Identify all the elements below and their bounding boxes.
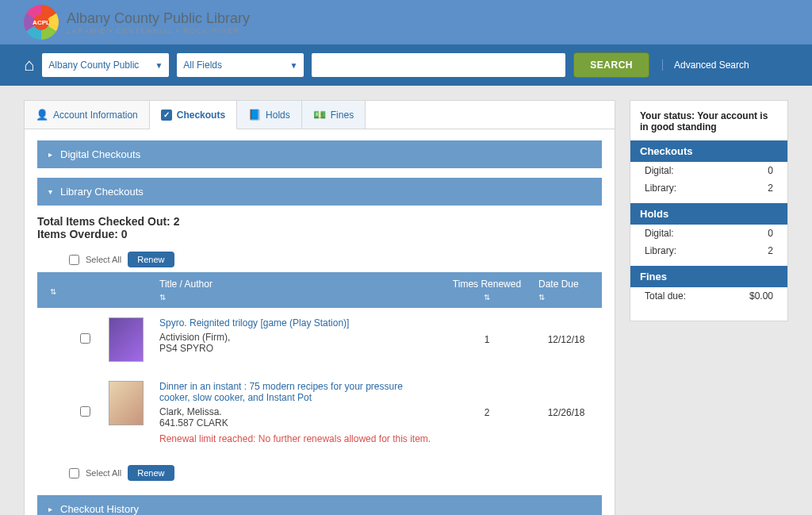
row-checkbox[interactable] (80, 333, 90, 344)
col-header-title-author[interactable]: Title / Author ⇅ (151, 272, 443, 308)
sidebar-holds-library: Library: 2 (630, 242, 787, 259)
select-all-row-bottom: Select All Renew (69, 465, 602, 481)
search-button[interactable]: SEARCH (573, 52, 649, 78)
tab-account-info[interactable]: 👤 Account Information (25, 101, 150, 129)
item-call-number: 641.587 CLARK (159, 417, 228, 429)
item-due-date: 12/12/18 (530, 308, 602, 371)
chevron-down-icon: ▾ (48, 187, 52, 196)
tab-label: Checkouts (177, 110, 225, 121)
search-band: ⌂ Albany County Public ▼ All Fields ▼ SE… (0, 44, 812, 86)
advanced-search-link[interactable]: Advanced Search (662, 60, 749, 71)
tab-spacer (366, 101, 615, 129)
logo-text-block: Albany County Public Library LARAMIE • C… (67, 10, 250, 35)
sort-icon: ⇅ (451, 293, 523, 302)
scope-dropdown[interactable]: Albany County Public ▼ (42, 53, 169, 77)
home-icon[interactable]: ⌂ (24, 55, 34, 75)
search-input[interactable] (312, 53, 565, 77)
col-header-date-due[interactable]: Date Due ⇅ (530, 272, 602, 308)
sidebar-fines-total: Total due: $0.00 (630, 287, 787, 305)
renew-button[interactable]: Renew (128, 465, 174, 481)
select-all-label: Select All (86, 468, 121, 478)
col-header-times-renewed[interactable]: Times Renewed ⇅ (443, 272, 530, 308)
sidebar-fines-header: Fines (630, 266, 787, 287)
sort-icon: ⇅ (538, 293, 594, 302)
table-row: Dinner in an instant : 75 modern recipes… (37, 371, 602, 454)
cover-image[interactable] (109, 317, 144, 362)
tab-label: Account Information (53, 110, 138, 121)
status-sidebar: Your status: Your account is in good sta… (630, 100, 788, 321)
col-header-sort[interactable]: ⇅ (37, 272, 69, 308)
tab-checkouts[interactable]: ✓ Checkouts (150, 101, 237, 129)
section-library-checkouts[interactable]: ▾ Library Checkouts (37, 178, 602, 206)
select-all-checkbox[interactable] (69, 255, 79, 265)
item-call-number: PS4 SPYRO (159, 343, 213, 354)
item-times-renewed: 1 (443, 308, 530, 371)
sidebar-checkouts-header: Checkouts (630, 140, 787, 162)
tab-fines[interactable]: 💵 Fines (302, 101, 366, 129)
chevron-right-icon: ▸ (48, 505, 52, 513)
col-header-select (69, 272, 101, 308)
item-due-date: 12/26/18 (530, 371, 602, 454)
section-label: Checkout History (60, 503, 139, 515)
user-icon: 👤 (36, 109, 48, 121)
account-tabs: 👤 Account Information ✓ Checkouts 📘 Hold… (25, 101, 615, 129)
items-overdue-line: Items Overdue: 0 (37, 228, 602, 240)
sidebar-holds-digital: Digital: 0 (630, 225, 787, 242)
sort-icon: ⇅ (159, 293, 435, 302)
section-label: Digital Checkouts (60, 148, 140, 160)
book-icon: 📘 (248, 109, 261, 121)
item-title-link[interactable]: Spyro. Reignited trilogy [game (Play Sta… (159, 317, 349, 329)
sidebar-checkouts-digital: Digital: 0 (630, 162, 787, 179)
account-panel: 👤 Account Information ✓ Checkouts 📘 Hold… (24, 100, 615, 515)
org-name: Albany County Public Library (67, 10, 250, 27)
item-author: Clark, Melissa. (159, 406, 222, 417)
section-digital-checkouts[interactable]: ▸ Digital Checkouts (37, 140, 602, 168)
tab-label: Fines (331, 110, 354, 121)
checkmark-icon: ✓ (161, 110, 172, 121)
item-times-renewed: 2 (443, 371, 530, 454)
total-checked-out-line: Total Items Checked Out: 2 (37, 215, 602, 228)
row-checkbox[interactable] (80, 406, 90, 417)
renewal-error: Renewal limit reached: No further renewa… (159, 433, 435, 444)
logo-icon (24, 5, 59, 40)
money-icon: 💵 (313, 109, 326, 121)
site-logo[interactable]: Albany County Public Library LARAMIE • C… (24, 5, 250, 40)
renew-button[interactable]: Renew (128, 252, 174, 267)
select-all-label: Select All (86, 255, 121, 264)
fields-dropdown[interactable]: All Fields ▼ (177, 53, 304, 77)
section-label: Library Checkouts (60, 186, 144, 198)
item-author: Activision (Firm), (159, 332, 230, 343)
col-header-cover (101, 272, 151, 308)
tab-label: Holds (266, 110, 290, 121)
sidebar-checkouts-library: Library: 2 (630, 179, 787, 197)
chevron-down-icon: ▼ (289, 61, 297, 70)
account-status-text: Your status: Your account is in good sta… (630, 110, 787, 140)
fields-dropdown-label: All Fields (183, 60, 222, 71)
item-title-link[interactable]: Dinner in an instant : 75 modern recipes… (159, 381, 435, 403)
site-header: Albany County Public Library LARAMIE • C… (0, 0, 812, 44)
scope-dropdown-label: Albany County Public (48, 60, 139, 71)
select-all-checkbox[interactable] (69, 468, 79, 478)
chevron-right-icon: ▸ (48, 150, 52, 159)
tab-holds[interactable]: 📘 Holds (237, 101, 302, 129)
sidebar-holds-header: Holds (630, 203, 787, 225)
cover-image[interactable] (109, 381, 144, 425)
org-subline: LARAMIE • CENTENNIAL • ROCK RIVER (67, 27, 250, 35)
checkouts-table: ⇅ Title / Author ⇅ Times Renewed (37, 272, 602, 454)
section-checkout-history[interactable]: ▸ Checkout History (37, 495, 602, 515)
select-all-row-top: Select All Renew (69, 252, 602, 267)
sort-icon: ⇅ (45, 287, 61, 296)
chevron-down-icon: ▼ (155, 61, 163, 70)
table-row: Spyro. Reignited trilogy [game (Play Sta… (37, 308, 602, 371)
